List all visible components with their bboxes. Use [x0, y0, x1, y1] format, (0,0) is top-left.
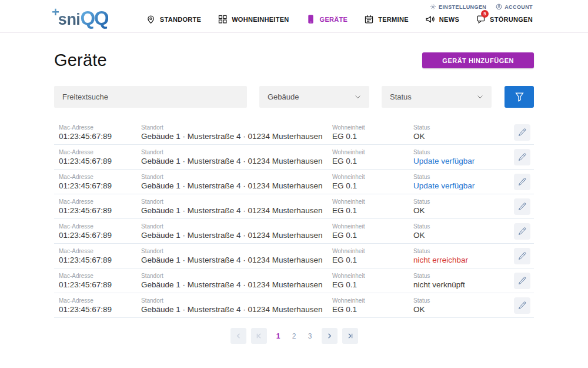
status-select[interactable]: Status	[382, 86, 492, 108]
status-cell: Status OK	[413, 198, 514, 215]
next-page-button[interactable]	[322, 328, 338, 344]
unit-value: EG 0.1	[332, 305, 413, 314]
mac-label: Mac-Adresse	[59, 124, 141, 131]
unit-cell: Wohneinheit EG 0.1	[332, 198, 413, 215]
nav-item-stoerungen[interactable]: 5 STÖRUNGEN	[476, 14, 533, 24]
edit-device-button[interactable]	[514, 174, 530, 190]
status-label: Status	[413, 248, 514, 254]
unit-label: Wohneinheit	[332, 248, 413, 254]
mac-value: 01:23:45:67:89	[59, 206, 141, 215]
edit-device-button[interactable]	[514, 223, 530, 240]
device-row: Mac-Adresse 01:23:45:67:89 Standort Gebä…	[54, 293, 534, 318]
device-row: Mac-Adresse 01:23:45:67:89 Standort Gebä…	[54, 219, 534, 244]
nav-item-standorte[interactable]: STANDORTE	[146, 14, 201, 24]
device-row: Mac-Adresse 01:23:45:67:89 Standort Gebä…	[54, 244, 534, 268]
edit-device-button[interactable]	[514, 248, 530, 264]
unit-cell: Wohneinheit EG 0.1	[332, 149, 413, 165]
nav-item-geraete[interactable]: GERÄTE	[306, 14, 348, 24]
edit-device-button[interactable]	[514, 198, 530, 215]
building-select[interactable]: Gebäude	[259, 86, 369, 108]
unit-label: Wohneinheit	[332, 223, 413, 230]
unit-value: EG 0.1	[332, 231, 413, 240]
nav-label: STÖRUNGEN	[490, 16, 533, 23]
edit-device-button[interactable]	[514, 149, 530, 165]
nav-item-wohneinheiten[interactable]: WOHNEINHEITEN	[218, 14, 289, 24]
unit-cell: Wohneinheit EG 0.1	[332, 174, 413, 190]
funnel-icon	[514, 91, 525, 102]
page-numbers: 123	[272, 328, 317, 344]
mac-label: Mac-Adresse	[59, 297, 141, 304]
location-cell: Standort Gebäude 1 · Musterstraße 4 · 01…	[141, 124, 332, 141]
settings-link[interactable]: EINSTELLUNGEN	[430, 4, 486, 10]
page-number-button[interactable]: 2	[288, 328, 301, 344]
status-cell: Status OK	[413, 223, 514, 240]
pencil-icon	[518, 177, 527, 186]
unit-value: EG 0.1	[332, 280, 413, 289]
status-cell: Status Update verfügbar	[413, 174, 514, 190]
status-cell: Status nicht erreichbar	[413, 248, 514, 264]
account-label: ACCOUNT	[505, 4, 533, 10]
status-value: OK	[413, 305, 514, 314]
status-label: Status	[413, 174, 514, 180]
nav-label: TERMINE	[378, 16, 409, 23]
status-value: Update verfügbar	[413, 157, 514, 165]
edit-device-button[interactable]	[514, 297, 530, 314]
nav-item-news[interactable]: NEWS	[425, 14, 459, 24]
status-label: Status	[413, 198, 514, 205]
location-label: Standort	[141, 124, 332, 131]
status-label: Status	[413, 149, 514, 155]
first-page-button[interactable]	[251, 328, 267, 344]
nav-label: NEWS	[439, 16, 459, 23]
nav-label: WOHNEINHEITEN	[232, 16, 289, 23]
status-label: Status	[413, 297, 514, 304]
unit-cell: Wohneinheit EG 0.1	[332, 273, 413, 289]
pencil-icon	[518, 128, 527, 137]
account-icon	[496, 4, 502, 10]
location-cell: Standort Gebäude 1 · Musterstraße 4 · 01…	[141, 223, 332, 240]
unit-label: Wohneinheit	[332, 273, 413, 279]
unit-value: EG 0.1	[332, 181, 413, 190]
mac-label: Mac-Adresse	[59, 248, 141, 254]
mac-cell: Mac-Adresse 01:23:45:67:89	[59, 297, 141, 314]
grid-icon	[218, 14, 228, 24]
pencil-icon	[518, 202, 527, 211]
pencil-icon	[518, 227, 527, 236]
mac-label: Mac-Adresse	[59, 198, 141, 205]
unit-cell: Wohneinheit EG 0.1	[332, 124, 413, 141]
last-page-button[interactable]	[342, 328, 358, 344]
app-logo[interactable]: +sniQQ	[52, 5, 108, 29]
search-input[interactable]	[54, 86, 247, 108]
chevron-first-icon	[255, 331, 263, 340]
location-value: Gebäude 1 · Musterstraße 4 · 01234 Muste…	[141, 231, 332, 240]
status-cell: Status OK	[413, 297, 514, 314]
status-value: nicht verknüpft	[413, 280, 514, 289]
mac-cell: Mac-Adresse 01:23:45:67:89	[59, 273, 141, 289]
mac-cell: Mac-Adresse 01:23:45:67:89	[59, 248, 141, 264]
account-link[interactable]: ACCOUNT	[496, 4, 533, 10]
mac-cell: Mac-Adresse 01:23:45:67:89	[59, 223, 141, 240]
device-list: Mac-Adresse 01:23:45:67:89 Standort Gebä…	[54, 120, 534, 318]
add-device-button[interactable]: GERÄT HINZUFÜGEN	[422, 52, 534, 68]
nav-item-termine[interactable]: TERMINE	[364, 14, 409, 24]
location-pin-icon	[146, 14, 156, 24]
status-select-label: Status	[390, 92, 412, 101]
device-row: Mac-Adresse 01:23:45:67:89 Standort Gebä…	[54, 194, 534, 219]
location-cell: Standort Gebäude 1 · Musterstraße 4 · 01…	[141, 273, 332, 289]
edit-device-button[interactable]	[514, 124, 530, 141]
status-value: OK	[413, 231, 514, 240]
location-label: Standort	[141, 149, 332, 155]
device-icon	[306, 14, 316, 24]
page-number-button[interactable]: 3	[303, 328, 317, 344]
edit-device-button[interactable]	[514, 273, 530, 289]
location-cell: Standort Gebäude 1 · Musterstraße 4 · 01…	[141, 198, 332, 215]
location-cell: Standort Gebäude 1 · Musterstraße 4 · 01…	[141, 149, 332, 165]
mac-cell: Mac-Adresse 01:23:45:67:89	[59, 149, 141, 165]
unit-label: Wohneinheit	[332, 174, 413, 180]
unit-label: Wohneinheit	[332, 297, 413, 304]
page-number-button[interactable]: 1	[272, 328, 285, 344]
location-value: Gebäude 1 · Musterstraße 4 · 01234 Muste…	[141, 157, 332, 165]
status-value: OK	[413, 132, 514, 141]
unit-cell: Wohneinheit EG 0.1	[332, 248, 413, 264]
prev-page-button[interactable]	[230, 328, 246, 344]
apply-filter-button[interactable]	[505, 86, 534, 108]
